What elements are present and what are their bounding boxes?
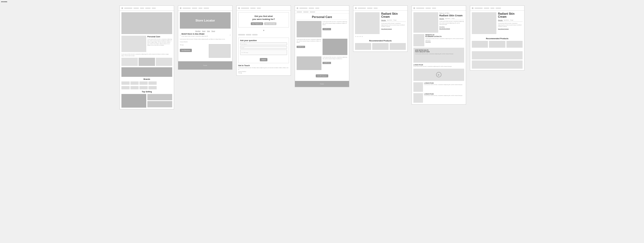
tab-overview-7[interactable]: Overview — [498, 19, 503, 21]
play-button[interactable]: ▶ — [436, 72, 442, 77]
directions-button[interactable]: Get Directions — [180, 49, 192, 52]
product-tabs-5: Overview Ingredients Usage — [381, 19, 406, 22]
tab-ingredients-6[interactable]: Ingredients — [445, 18, 451, 19]
frame-article: Nature & Skin Radiant Skin Cream Overvie… — [412, 5, 466, 105]
submit-button[interactable]: Submit — [260, 58, 267, 61]
get-in-touch-section: Get in Touch Lorem ipsum dolor sit amet.… — [238, 65, 289, 74]
view-similar-5[interactable]: View Similar Products — [381, 28, 406, 30]
top-selling-item-2 — [147, 101, 172, 107]
feature-image — [121, 36, 146, 52]
feature-body: Lorem ipsum dolor sit amet, consectetur … — [147, 38, 172, 46]
city-link-abudhabi[interactable]: Abu Dhabi — [195, 30, 201, 32]
message-field[interactable]: Your Message — [240, 50, 287, 55]
feature-img-block — [121, 36, 146, 52]
message-placeholder: Your Message — [241, 52, 248, 53]
skin-care-label-area: SKIN CARE — [297, 21, 321, 23]
get-in-touch-title: Get in Touch — [238, 65, 289, 66]
hair-care-section: Lorem ipsum dolor sit amet, consectetur … — [297, 39, 347, 55]
tab-usage-6[interactable]: Usage — [451, 18, 455, 19]
city-link-muscat[interactable]: Muscat — [211, 30, 215, 32]
footer-2: Footer — [178, 61, 232, 69]
frame-nav-5 — [353, 6, 407, 11]
tab-usage-5[interactable]: Usage — [393, 19, 396, 21]
hero-banner — [121, 12, 172, 34]
lorem-text-3: LOREM IPSUM Lorem ipsum dolor sit amet, … — [424, 93, 464, 96]
frame-product-2: Radiant Skin Cream Overview Ingredients … — [470, 5, 524, 71]
three-images-row — [121, 58, 172, 66]
lorem-section-1: LOREM IPSUM Lorem ipsum dolor sit amet, … — [413, 64, 464, 67]
skin-care-section: SKIN CARE Lorem ipsum dolor sit amet, co… — [297, 21, 347, 37]
recommended-title-5: Recommended Products — [355, 40, 406, 42]
frame-nav-7 — [470, 6, 524, 11]
store-info: Timings Get Directions — [180, 44, 208, 52]
categories-title: Personal Care — [297, 15, 347, 19]
yes-button[interactable]: Yes! Thank you! — [251, 22, 263, 25]
store-body: Lorem ipsum dolor sit amet, consectetur … — [181, 35, 229, 37]
brand-logo-2 — [130, 81, 139, 85]
nav-bar — [358, 8, 366, 9]
tab-ingredients-7[interactable]: Ingredients — [504, 19, 509, 21]
product-info-6: Nature & Skin Radiant Skin Cream Overvie… — [439, 12, 464, 33]
view-all-categories-btn[interactable]: View All Categories — [316, 74, 328, 77]
submit-wrapper: Submit — [240, 56, 287, 61]
grooming-text: Lorem ipsum dolor sit amet, consectetur … — [323, 56, 347, 70]
nav-dot — [297, 7, 298, 9]
frame-body-7: Radiant Skin Cream Overview Ingredients … — [470, 11, 524, 70]
nav-bar — [490, 8, 494, 9]
nav-bar — [416, 8, 424, 9]
nav-bar — [374, 8, 378, 9]
nav-bar — [484, 8, 489, 9]
tab-usage-7[interactable]: Usage — [510, 19, 513, 21]
nav-dot — [121, 7, 123, 9]
product-image-6 — [413, 12, 438, 33]
product-hero-7: Radiant Skin Cream Overview Ingredients … — [472, 12, 523, 34]
video-placeholder[interactable]: ▶ — [413, 69, 464, 81]
tab-overview-6[interactable]: Overview — [439, 18, 444, 19]
city-link-dubai[interactable]: Dubai — [207, 30, 210, 32]
dropdown-indicator: ▾ — [238, 29, 289, 32]
image-1 — [121, 58, 138, 66]
view-similar-6[interactable]: View Similar Products — [439, 28, 464, 29]
frame-body-6: Nature & Skin Radiant Skin Cream Overvie… — [412, 11, 466, 104]
directions-btn-wrapper[interactable]: Get Directions — [180, 47, 208, 52]
question-text: Did you find what you were looking for? — [241, 15, 287, 21]
grooming-label-area: GROOMING — [297, 56, 321, 59]
view-similar-7[interactable]: View Similar Products — [498, 28, 523, 30]
grooming-body: Lorem ipsum dolor sit amet, consectetur … — [323, 56, 347, 59]
store-carousel: ‹ Beleif Store in Abu Dhabi Lorem ipsum … — [180, 33, 231, 37]
email-placeholder: Email * — [241, 47, 245, 48]
product-image-7 — [472, 12, 496, 34]
next-arrow[interactable]: › — [230, 34, 231, 37]
product-body-6: Lorem ipsum dolor sit amet, consectetur … — [439, 21, 464, 25]
frame-body-2: Abu Dhabi Kuwait Dubai Muscat ‹ Beleif S… — [178, 29, 232, 69]
nav-bar — [367, 8, 372, 9]
blueberry-read-more[interactable]: Read More — [425, 41, 464, 42]
prev-arrow[interactable]: ‹ — [180, 34, 181, 37]
grooming-section: GROOMING Lorem ipsum dolor sit amet, con… — [297, 56, 347, 70]
get-in-touch-body: Lorem ipsum dolor sit amet. Ut labore do… — [238, 67, 289, 70]
nav-bar — [496, 8, 501, 9]
hair-care-view-all[interactable]: View All Products — [297, 46, 305, 48]
city-link-kuwait[interactable]: Kuwait — [202, 30, 205, 32]
skin-care-image: SKIN CARE — [297, 21, 321, 37]
dark-banner — [121, 67, 172, 77]
city-nav[interactable]: Abu Dhabi Kuwait Dubai Muscat — [180, 30, 231, 32]
read-more-6[interactable]: Read More — [439, 26, 464, 27]
tab-ingredients-5[interactable]: Ingredients — [387, 19, 392, 21]
question-section: Did you find what you were looking for? … — [238, 12, 289, 28]
grooming-view-all[interactable]: View All Products — [323, 62, 331, 64]
no-button[interactable]: No! I need help! — [264, 22, 276, 25]
frame-product: Radiant Skin Cream Overview Ingredients … — [353, 5, 408, 52]
email-field[interactable]: Email * — [240, 46, 287, 49]
frame-home: Personal Care Lorem ipsum dolor sit amet… — [120, 5, 174, 110]
tab-overview-5[interactable]: Overview — [381, 19, 386, 21]
nav-bar — [152, 8, 156, 9]
nav-bar — [250, 8, 256, 9]
blueberry-image — [413, 34, 424, 46]
frame-nav-3 — [237, 6, 291, 11]
image-2 — [139, 58, 155, 66]
article-water: HOW WATER HELPS FOR A HEALTHY SKIN Lorem… — [413, 48, 464, 63]
yes-no-buttons: Yes! Thank you! No! I need help! — [241, 22, 287, 25]
skin-care-view-all[interactable]: View All Products — [323, 28, 331, 30]
name-field[interactable]: Your Name — [240, 42, 287, 45]
